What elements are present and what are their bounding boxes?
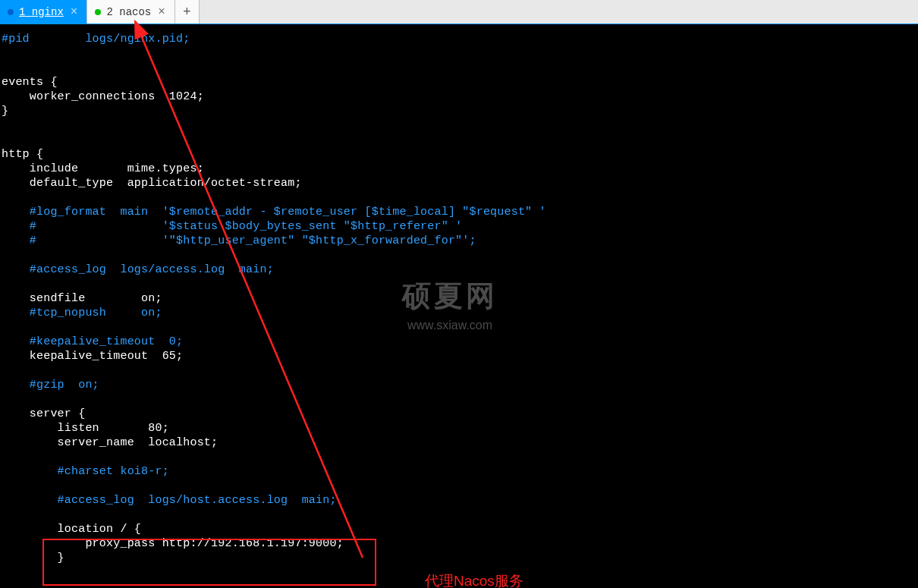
close-icon[interactable]: × (69, 6, 80, 18)
code-line: server_name localhost; (2, 435, 916, 450)
code-line (2, 46, 916, 61)
code-line: #access_log logs/access.log main; (2, 263, 916, 277)
code-line: #gzip on; (2, 378, 916, 392)
code-line (2, 479, 916, 493)
code-line (2, 320, 916, 335)
code-line (2, 363, 916, 378)
code-line: default_type application/octet-stream; (2, 176, 916, 190)
tab-nacos[interactable]: 2 nacos × (87, 0, 174, 24)
add-tab-button[interactable]: + (175, 0, 200, 24)
code-line (2, 61, 916, 75)
code-line (2, 392, 916, 407)
code-line: # '$status $body_bytes_sent "$http_refer… (2, 219, 916, 234)
tab-nginx[interactable]: 1 nginx × (0, 0, 87, 24)
code-line: proxy_pass http://192.168.1.197:9000; (2, 536, 916, 551)
code-line: #pid logs/nginx.pid; (2, 32, 916, 46)
code-line: location / { (2, 522, 916, 536)
code-line (2, 508, 916, 522)
code-line (2, 133, 916, 147)
code-line (2, 450, 916, 464)
code-line (2, 118, 916, 133)
code-line (2, 248, 916, 263)
code-line: # '"$http_user_agent" "$http_x_forwarded… (2, 234, 916, 248)
code-line: #access_log logs/host.access.log main; (2, 493, 916, 508)
status-dot-icon (8, 9, 14, 15)
close-icon[interactable]: × (156, 6, 167, 18)
code-line: } (2, 104, 916, 118)
annotation-text: 代理Nacos服务 (425, 571, 523, 588)
status-dot-icon (95, 9, 101, 15)
code-line (2, 277, 916, 291)
code-line: } (2, 551, 916, 565)
tab-bar: 1 nginx × 2 nacos × + (0, 0, 918, 24)
code-line: events { (2, 75, 916, 90)
tab-label: 2 nacos (106, 6, 151, 18)
code-line: #tcp_nopush on; (2, 306, 916, 320)
tab-label: 1 nginx (19, 6, 64, 18)
code-line: include mime.types; (2, 162, 916, 176)
code-line: #keepalive_timeout 0; (2, 335, 916, 349)
code-line (2, 190, 916, 205)
code-line: listen 80; (2, 421, 916, 435)
code-line: sendfile on; (2, 291, 916, 306)
code-line: #log_format main '$remote_addr - $remote… (2, 205, 916, 219)
code-line: worker_connections 1024; (2, 90, 916, 104)
code-line: keepalive_timeout 65; (2, 349, 916, 363)
code-line: http { (2, 147, 916, 162)
terminal-area[interactable]: #pid logs/nginx.pid; events { worker_con… (0, 24, 918, 567)
code-line: #charset koi8-r; (2, 464, 916, 479)
code-line: server { (2, 407, 916, 421)
